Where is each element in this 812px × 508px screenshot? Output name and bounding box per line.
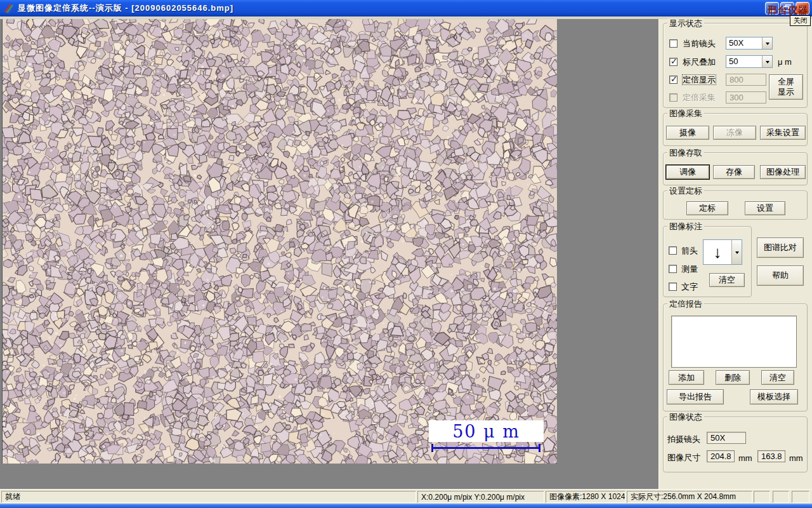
arrow-label: 箭头 (681, 246, 698, 255)
fixed-capture-label: 定倍采集 (683, 93, 716, 102)
report-delete-button[interactable]: 删除 (716, 370, 750, 385)
status-empty-pane (754, 491, 770, 503)
chevron-down-icon[interactable] (762, 56, 772, 67)
status-pixels-pane: 图像像素:1280 X 1024 (546, 491, 625, 503)
check-icon (671, 74, 678, 84)
status-resolution-pane: X:0.200μ m/pix Y:0.200μ m/pix (417, 491, 544, 503)
status-empty-pane (792, 491, 809, 503)
export-report-button[interactable]: 导出报告 (667, 389, 724, 404)
group-annotation-title: 图像标注 (667, 222, 704, 231)
client-area: 50 μ m 显示状态 当前镜头 50X 标尺叠加 50 (0, 19, 812, 489)
status-actual-size-pane: 实际尺寸:256.0mm X 204.8mm (627, 491, 752, 503)
report-clear-button[interactable]: 清空 (761, 370, 794, 385)
load-image-button[interactable]: 调像 (666, 165, 709, 179)
group-calibration-title: 设置定标 (667, 186, 704, 196)
image-size-label: 图像尺寸 (667, 453, 700, 462)
capture-settings-button[interactable]: 采集设置 (760, 126, 806, 140)
group-capture-title: 图像采集 (667, 109, 704, 118)
arrow-checkbox[interactable] (669, 246, 677, 255)
fullscreen-button-line2: 显示 (778, 87, 794, 97)
window-title: 显微图像定倍系统--演示版 - [20090602055646.bmp] (18, 3, 233, 14)
restore-button[interactable] (780, 2, 794, 15)
group-storage: 图像存取 调像 存像 图像处理 (663, 152, 808, 185)
scale-bar-label: 50 μ m (452, 422, 520, 441)
close-button[interactable]: × (796, 2, 809, 15)
text-label: 文字 (681, 282, 698, 291)
clear-annotation-button[interactable]: 清空 (709, 273, 745, 287)
status-bar: 就绪 X:0.200μ m/pix Y:0.200μ m/pix 图像像素:12… (0, 489, 812, 504)
report-add-button[interactable]: 添加 (669, 370, 704, 385)
group-image-status-title: 图像状态 (667, 412, 704, 422)
fixed-capture-checkbox (669, 93, 678, 102)
group-storage-title: 图像存取 (667, 148, 704, 157)
fullscreen-button-line1: 全屏 (778, 77, 794, 87)
chevron-down-icon[interactable] (762, 37, 772, 49)
chevron-down-icon[interactable] (731, 240, 742, 264)
scale-bar-box: 50 μ m (429, 420, 544, 442)
template-select-button[interactable]: 模板选择 (750, 389, 798, 404)
scale-bar-line (431, 447, 540, 449)
app-window: 显微图像定倍系统--演示版 - [20090602055646.bmp] × 邢… (0, 0, 812, 508)
image-width-field: 204.8 (707, 450, 735, 462)
minimize-icon (769, 10, 775, 12)
save-image-button[interactable]: 存像 (713, 165, 755, 179)
arrow-style-select[interactable]: ↓ (703, 239, 742, 265)
image-width-unit: mm (738, 453, 752, 463)
check-icon (671, 57, 678, 66)
taskbar-edge (0, 504, 812, 508)
status-ready-pane: 就绪 (1, 491, 416, 503)
group-image-status: 图像状态 拍摄镜头 50X 图像尺寸 204.8 mm 163.8 mm (663, 417, 808, 472)
ruler-size-value: 50 (726, 56, 762, 67)
shoot-lens-label: 拍摄镜头 (667, 434, 700, 444)
close-icon: × (800, 3, 806, 12)
help-button[interactable]: 帮助 (757, 265, 804, 286)
freeze-button: 冻像 (713, 126, 756, 140)
image-viewport: 50 μ m (2, 19, 556, 464)
fixed-display-label: 定倍显示 (683, 75, 716, 84)
down-arrow-icon: ↓ (704, 240, 731, 264)
ruler-overlay-label: 标尺叠加 (683, 57, 716, 67)
image-height-field: 163.8 (757, 450, 785, 462)
current-lens-label: 当前镜头 (683, 39, 716, 48)
current-lens-value: 50X (726, 37, 762, 49)
ruler-overlay-checkbox[interactable] (669, 58, 678, 66)
fixed-display-input: 800 (726, 74, 766, 86)
app-logo-icon (4, 3, 15, 14)
text-checkbox[interactable] (669, 283, 677, 291)
group-report: 定倍报告 添加 删除 清空 导出报告 模板选择 (663, 304, 808, 411)
group-display-status-title: 显示状态 (667, 18, 704, 28)
report-listbox[interactable] (671, 316, 797, 368)
shoot-button[interactable]: 摄像 (666, 126, 709, 140)
restore-icon (783, 4, 791, 11)
shoot-lens-field: 50X (707, 432, 746, 444)
current-lens-checkbox[interactable] (669, 39, 678, 48)
image-process-button[interactable]: 图像处理 (760, 165, 806, 179)
measure-label: 测量 (681, 264, 698, 274)
status-empty-pane (773, 491, 789, 503)
current-lens-select[interactable]: 50X (726, 37, 773, 50)
control-panel: 显示状态 当前镜头 50X 标尺叠加 50 μ m 定倍显示 800 (658, 19, 812, 489)
group-report-title: 定倍报告 (667, 299, 704, 309)
group-annotation: 图像标注 箭头 ↓ 测量 清空 文字 (663, 226, 752, 297)
image-height-unit: mm (789, 453, 803, 463)
atlas-compare-button[interactable]: 图谱比对 (757, 237, 804, 258)
ruler-unit-label: μ m (778, 57, 792, 67)
fixed-display-checkbox[interactable] (669, 76, 678, 84)
minimize-button[interactable] (765, 2, 779, 15)
ruler-size-select[interactable]: 50 (726, 55, 773, 68)
measure-checkbox[interactable] (669, 265, 677, 273)
micrograph-canvas[interactable] (3, 19, 557, 464)
fullscreen-button[interactable]: 全屏 显示 (769, 74, 803, 100)
calibration-settings-button[interactable]: 设置 (745, 201, 785, 215)
title-bar: 显微图像定倍系统--演示版 - [20090602055646.bmp] × (0, 0, 812, 17)
group-calibration: 设置定标 定标 设置 (663, 190, 808, 220)
close-tooltip: 关闭 (790, 15, 811, 26)
group-display-status: 显示状态 当前镜头 50X 标尺叠加 50 μ m 定倍显示 800 (663, 23, 808, 108)
calibrate-button[interactable]: 定标 (686, 201, 728, 215)
fixed-capture-input: 300 (726, 91, 766, 104)
group-capture: 图像采集 摄像 冻像 采集设置 (663, 113, 808, 146)
